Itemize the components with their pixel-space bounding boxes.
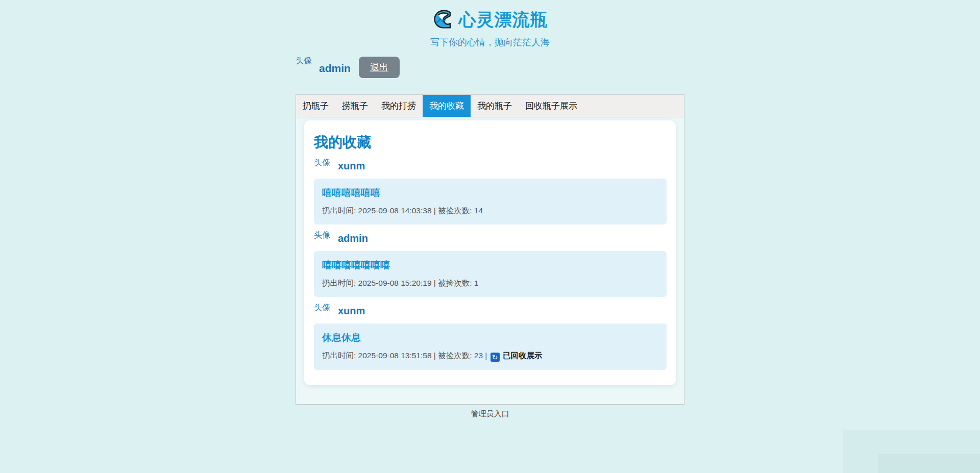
- title-row: 心灵漂流瓶: [0, 8, 980, 32]
- bottle-meta: 扔出时间: 2025-09-08 14:03:38 | 被捡次数: 14: [322, 206, 658, 216]
- screenshot-artifact-rect: [878, 454, 980, 473]
- page-title: 心灵漂流瓶: [459, 8, 548, 32]
- favorite-username: admin: [338, 233, 368, 244]
- favorite-username: xunm: [338, 305, 365, 317]
- tab-throw-bottle[interactable]: 扔瓶子: [296, 95, 335, 117]
- tab-my-catches[interactable]: 我的打捞: [375, 95, 423, 117]
- footer: 管理员入口: [296, 409, 684, 419]
- logout-label: 退出: [370, 62, 388, 72]
- favorites-card: 我的收藏 头像 xunm 嘻嘻嘻嘻嘻嘻 扔出时间: 2025-09-08 14:…: [304, 120, 676, 385]
- tab-recycled-bottles[interactable]: 回收瓶子展示: [519, 95, 584, 117]
- bottle-panel: 扔瓶子 捞瓶子 我的打捞 我的收藏 我的瓶子 回收瓶子展示 我的收藏 头像 xu…: [296, 94, 684, 405]
- bottle-item: 嘻嘻嘻嘻嘻嘻 扔出时间: 2025-09-08 14:03:38 | 被捡次数:…: [314, 179, 667, 225]
- recycled-status-label: 已回收展示: [503, 351, 543, 360]
- section-title: 我的收藏: [314, 133, 667, 152]
- admin-entry-link[interactable]: 管理员入口: [471, 409, 509, 418]
- recycle-icon: ↻: [491, 353, 500, 362]
- bottle-title-link[interactable]: 嘻嘻嘻嘻嘻嘻嘻: [322, 260, 390, 270]
- page-subtitle: 写下你的心情，抛向茫茫人海: [0, 36, 980, 48]
- bottle-meta: 扔出时间: 2025-09-08 13:51:58 | 被捡次数: 23 | ↻…: [322, 351, 658, 362]
- bottle-meta-text: 扔出时间: 2025-09-08 13:51:58 | 被捡次数: 23 |: [322, 351, 487, 360]
- logout-button[interactable]: 退出: [359, 57, 400, 78]
- user-bar: 头像 admin 退出: [296, 55, 684, 78]
- panel-body: 我的收藏 头像 xunm 嘻嘻嘻嘻嘻嘻 扔出时间: 2025-09-08 14:…: [296, 117, 684, 404]
- header-username: admin: [319, 62, 351, 74]
- site-header: 心灵漂流瓶 写下你的心情，抛向茫茫人海: [0, 0, 980, 48]
- header-avatar: 头像: [296, 56, 312, 66]
- bottle-item: 休息休息 扔出时间: 2025-09-08 13:51:58 | 被捡次数: 2…: [314, 323, 667, 370]
- tab-my-favorites[interactable]: 我的收藏: [423, 95, 471, 117]
- bottle-item: 嘻嘻嘻嘻嘻嘻嘻 扔出时间: 2025-09-08 15:20:19 | 被捡次数…: [314, 251, 667, 297]
- tab-my-bottles[interactable]: 我的瓶子: [471, 95, 519, 117]
- bottle-title-link[interactable]: 休息休息: [322, 332, 361, 343]
- avatar: 头像: [314, 230, 330, 241]
- favorite-user-row: 头像 xunm: [314, 302, 667, 317]
- bottle-meta: 扔出时间: 2025-09-08 15:20:19 | 被捡次数: 1: [322, 278, 658, 289]
- favorite-user-row: 头像 admin: [314, 229, 667, 244]
- tab-fish-bottle[interactable]: 捞瓶子: [335, 95, 375, 117]
- bottle-title-link[interactable]: 嘻嘻嘻嘻嘻嘻: [322, 187, 380, 198]
- avatar: 头像: [314, 303, 330, 313]
- avatar: 头像: [314, 158, 330, 168]
- tab-bar: 扔瓶子 捞瓶子 我的打捞 我的收藏 我的瓶子 回收瓶子展示: [296, 95, 684, 117]
- favorite-username: xunm: [338, 160, 365, 172]
- wave-logo-icon: [432, 9, 454, 31]
- favorite-user-row: 头像 xunm: [314, 157, 667, 172]
